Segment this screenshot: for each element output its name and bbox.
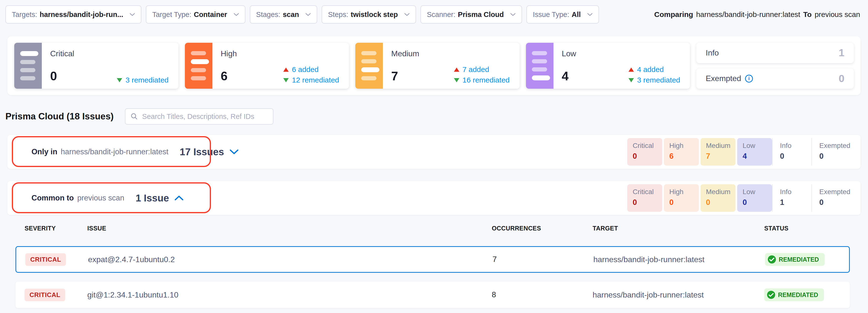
severity-card-low: Low 4 4 added 3 remediated [526,43,690,89]
added-up-icon [283,68,289,72]
info-card-label: Info [706,48,719,58]
status-badge: REMEDIATED [765,253,825,266]
remediated-text: 16 remediated [463,76,510,84]
severity-badge: CRITICAL [25,289,65,301]
added-link[interactable]: 6 added [283,65,318,74]
search-input[interactable] [142,112,268,121]
remediated-link[interactable]: 3 remediated [117,76,168,84]
column-severity: SEVERITY [25,225,87,232]
high-severity-icon [185,43,212,89]
filter-issue-type[interactable]: Issue Type: All [526,5,599,24]
info-icon[interactable] [745,75,753,82]
filter-target-type[interactable]: Target Type: Container [146,5,245,24]
info-card-count: 1 [839,47,844,59]
filter-value: Prisma Cloud [458,10,504,19]
severity-card-critical: Critical 0 3 remediated [14,43,179,89]
issues-section-head: Prisma Cloud (18 Issues) [5,108,861,125]
remediated-link[interactable]: 16 remediated [454,76,510,84]
filter-scanner[interactable]: Scanner: Prisma Cloud [421,5,522,24]
added-text: 6 added [292,65,318,74]
comparing-target: harness/bandit-job-runner:latest [696,10,800,19]
band-prefix: Common to [31,194,74,203]
remediated-text: 3 remediated [637,76,680,84]
filter-stages[interactable]: Stages: scan [250,5,317,24]
filter-value: harness/bandit-job-run... [39,10,123,19]
page-title: Prisma Cloud (18 Issues) [5,111,114,121]
band-only-in[interactable]: Only in harness/bandit-job-runner:latest… [7,135,861,169]
column-status: STATUS [764,225,850,232]
chip-high: High 0 [664,184,699,212]
filter-label: Targets: [12,10,37,19]
status-text: REMEDIATED [779,256,819,263]
band-subject: harness/bandit-job-runner:latest [61,147,168,156]
column-issue: ISSUE [87,225,492,232]
filter-value: twistlock step [351,10,398,19]
table-row[interactable]: CRITICAL expat@2.4.7-1ubuntu0.2 7 harnes… [16,246,850,273]
severity-card-medium: Medium 7 7 added 16 remediated [355,43,520,89]
comparing-label: Comparing [654,10,693,19]
severity-card-label: Critical [50,49,170,58]
comparing-baseline: previous scan [815,10,860,19]
table-row[interactable]: CRITICAL git@1:2.34.1-1ubuntu1.10 8 harn… [16,282,850,308]
occurrences-count: 8 [492,290,593,299]
status-text: REMEDIATED [778,291,818,299]
remediated-link[interactable]: 3 remediated [628,76,680,84]
remediated-text: 3 remediated [125,76,168,84]
chip-high: High 6 [664,138,699,166]
chip-low: Low 4 [737,138,772,166]
target-name: harness/bandit-job-runner:latest [593,290,764,300]
severity-card-count: 0 [50,69,57,83]
chevron-down-icon [130,13,135,16]
search-icon [130,112,138,120]
filter-label: Scanner: [427,10,455,19]
band-subject: previous scan [77,194,124,203]
added-link[interactable]: 4 added [628,65,664,74]
filter-value: scan [283,10,299,19]
added-link[interactable]: 7 added [454,65,489,74]
band-common-to[interactable]: Common to previous scan 1 Issue Critical… [7,181,861,215]
chevron-down-icon [234,13,239,16]
chip-info: Info 0 [772,138,811,166]
severity-summary-strip: Critical 0 3 remediated High 6 6 added [7,36,861,95]
exempted-card: Exempted 0 [696,69,854,89]
info-exempted-column: Info 1 Exempted 0 [696,43,854,89]
status-badge: REMEDIATED [764,288,824,301]
chevron-up-icon[interactable] [174,195,184,201]
chip-medium: Medium 0 [701,184,736,212]
filter-bar: Targets: harness/bandit-job-run... Targe… [0,0,868,24]
filter-label: Issue Type: [533,10,569,19]
severity-card-count: 4 [562,69,569,83]
occurrences-count: 7 [493,255,593,264]
remediated-link[interactable]: 12 remediated [283,76,339,84]
remediated-down-icon [117,78,122,82]
band-issue-count: 1 Issue [135,193,169,204]
comparing-to-label: To [803,10,811,19]
comparing-summary: Comparing harness/bandit-job-runner:late… [654,10,861,19]
chip-info: Info 1 [772,184,811,212]
added-text: 4 added [637,65,664,74]
column-occurrences: OCCURRENCES [492,225,593,232]
remediated-down-icon [454,78,459,82]
chevron-down-icon [404,13,410,16]
chevron-down-icon [305,13,311,16]
chip-exempted: Exempted 0 [811,184,851,212]
added-up-icon [454,68,459,72]
filter-steps[interactable]: Steps: twistlock step [322,5,416,24]
issue-name: expat@2.4.7-1ubuntu0.2 [88,255,493,264]
severity-card-high: High 6 6 added 12 remediated [185,43,349,89]
chip-critical: Critical 0 [627,138,662,166]
column-target: TARGET [593,225,764,232]
severity-card-count: 6 [221,69,228,83]
band-issue-count: 17 Issues [180,146,224,158]
severity-chip-row: Critical 0 High 6 Medium 7 Low 4 Info 0 … [625,138,861,166]
exempted-card-label: Exempted [706,74,741,83]
filter-value: All [572,10,581,19]
filter-targets[interactable]: Targets: harness/bandit-job-run... [5,5,142,24]
chevron-down-icon [587,13,593,16]
issues-table-header: SEVERITY ISSUE OCCURRENCES TARGET STATUS [16,225,850,232]
chevron-down-icon[interactable] [229,149,239,155]
chip-exempted: Exempted 0 [811,138,851,166]
remediated-down-icon [283,78,289,82]
chip-critical: Critical 0 [627,184,662,212]
chevron-down-icon [510,13,516,16]
